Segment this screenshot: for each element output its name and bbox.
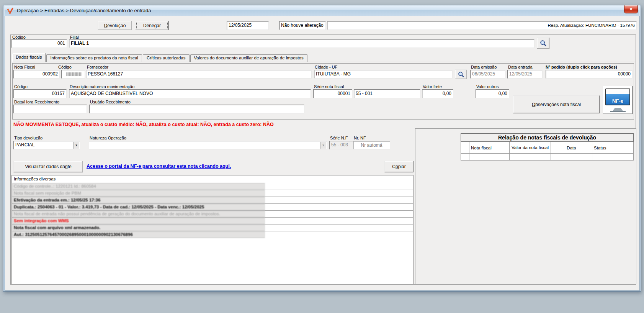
tipo-devolucao-label: Tipo devolução (14, 136, 42, 140)
serie-nf-value: 55 - 003 (331, 142, 348, 147)
nota-fiscal-label: Nota Fiscal (14, 65, 35, 69)
valor-outros-label: Valor outros (476, 84, 499, 89)
fornecedor-label: Fornecedor (87, 65, 108, 69)
visualizar-danfe-button[interactable]: Visualizar dados danfe (13, 161, 83, 172)
fornecedor-codigo-label: Código (58, 65, 72, 69)
filial-search-button[interactable] (537, 38, 549, 49)
info-row: Nota fiscal com arquivo xml armazenado. (12, 225, 413, 231)
info-row: Sem integração com WMS (12, 218, 413, 225)
codigo-filial-field[interactable]: 001 (11, 39, 67, 48)
app-logo-icon (7, 8, 14, 14)
tab-valores-documento[interactable]: Valores do documento auxiliar de apuraçã… (190, 54, 307, 62)
relacao-col-nota-fiscal: Nota fiscal (469, 142, 510, 154)
close-icon[interactable]: × (624, 5, 638, 13)
serie-nota-fiscal-field[interactable]: 00001 (313, 89, 352, 98)
app-window: Operação > Entradas > Devolução/cancelam… (3, 5, 641, 292)
info-row: Duplicata.: 2504063 - 01 - Valor.: 3.419… (12, 204, 413, 211)
numero-pedido-field[interactable]: 00000 (546, 70, 633, 79)
natureza-operacao-select[interactable]: ▼ (89, 141, 327, 149)
cidade-uf-label: Cidade - UF (315, 65, 337, 69)
valor-frete-label: Valor frete (423, 84, 442, 89)
nfe-monitor-base (610, 111, 626, 112)
relacao-empty-cell[interactable] (551, 153, 592, 161)
serie-nf-label: Série N.F (330, 136, 348, 140)
valor-frete-field[interactable]: 0,00 (422, 89, 453, 98)
info-row-text: Aut.: 3125051257645700026895000100000090… (12, 231, 265, 238)
fornecedor-codigo-redacted-value (66, 72, 82, 76)
chevron-down-icon[interactable]: ▼ (320, 142, 326, 149)
search-icon (458, 71, 464, 78)
window-title: Operação > Entradas > Devolução/cancelam… (17, 8, 151, 13)
relacao-notas-title: Relação de notas fiscais de devolução (461, 133, 634, 142)
search-icon (540, 40, 547, 47)
chevron-down-icon[interactable]: ▼ (73, 142, 79, 149)
recebimento-data-label: Data/Hora Recebimento (14, 100, 59, 104)
data-entrada-field: 12/05/2025 (507, 70, 543, 79)
copiar-button[interactable]: Copiar (384, 161, 414, 172)
info-row-text: Sem integração com WMS (12, 218, 265, 224)
recebimento-usuario-field[interactable] (89, 105, 304, 113)
data-emissao-field: 06/05/2025 (470, 70, 505, 79)
natureza-descricao-field[interactable]: AQUISIÇÃO DE COMBUSTIVEL NOVO (69, 89, 311, 98)
tab-informacoes-produtos[interactable]: Informações sobre os produtos da nota fi… (46, 54, 142, 62)
info-row: Efetivação da entrada em.: 12/05/25 17:3… (12, 197, 413, 204)
info-row: Aut.: 3125051257645700026895000100000090… (12, 231, 413, 238)
relacao-empty-cell[interactable] (509, 153, 551, 161)
nr-nf-field: Nr automá (353, 141, 390, 149)
natureza-descricao-label: Descrição natureza movimentação (70, 84, 134, 89)
fornecedor-field[interactable]: PESSOA 166127 (86, 70, 312, 79)
serie-nota-fiscal-label: Série nota fiscal (314, 84, 344, 89)
natureza-codigo-field[interactable]: 00157 (13, 89, 67, 98)
info-row-text: Duplicata.: 2504063 - 01 - Valor.: 3.419… (12, 204, 265, 210)
informacoes-diversas-title: Informações diversas (12, 175, 413, 183)
window-body: Devolução Denegar 12/05/2025 Não houve a… (5, 16, 640, 291)
relacao-empty-cell[interactable] (592, 153, 634, 161)
info-row-text: Código de controle..: 1220121 Id.: 86058… (12, 183, 265, 190)
data-entrada-label: Data entrada (508, 65, 533, 69)
resp-atualizacao-field: Resp. Atualização: FUNCIONARIO - 157976 (327, 21, 637, 30)
fornecedor-search-button[interactable] (455, 69, 467, 79)
tipo-devolucao-value: PARCIAL (15, 142, 34, 147)
nfe-monitor-stand (613, 108, 623, 111)
relacao-empty-cell[interactable] (461, 153, 469, 161)
relacao-col-valor: Valor da nota fiscal (509, 142, 551, 154)
recebimento-usuario-label: Usuário Recebimento (90, 100, 131, 104)
info-row: Nota fiscal de entrada não possui pendên… (12, 211, 413, 218)
serie-modelo-field[interactable]: 55 - 001 (354, 89, 420, 98)
valor-outros-field[interactable]: 0,00 (476, 89, 509, 98)
tab-dados-fiscais[interactable]: Dados fiscais (12, 53, 46, 62)
devolucao-button[interactable]: Devolução (98, 21, 132, 30)
current-date-field: 12/05/2025 (227, 21, 269, 30)
info-row-text: Efetivação da entrada em.: 12/05/25 17:3… (12, 197, 265, 203)
titlebar[interactable]: Operação > Entradas > Devolução/cancelam… (5, 5, 639, 16)
nr-nf-label: Nr. NF (354, 136, 366, 140)
desktop: Operação > Entradas > Devolução/cancelam… (0, 0, 644, 313)
tab-criticas-autorizadas[interactable]: Críticas autorizadas (143, 54, 190, 62)
info-row-text: Nota fiscal com arquivo xml armazenado. (12, 225, 265, 231)
informacoes-diversas-panel: Informações diversas Código de controle.… (11, 175, 414, 284)
natureza-codigo-label: Código (14, 84, 28, 89)
denegar-button[interactable]: Denegar (135, 21, 169, 30)
relacao-empty-cell[interactable] (469, 153, 510, 161)
data-emissao-label: Data emissão (471, 65, 497, 69)
relacao-col-data: Data (551, 142, 592, 154)
recebimento-data-field[interactable] (13, 105, 87, 113)
nfe-monitor-icon: NF-e (605, 88, 630, 105)
alteration-status-field: Não houve alteração (279, 21, 326, 30)
info-row: Código de controle..: 1220121 Id.: 86058… (12, 183, 413, 190)
cidade-uf-field[interactable]: ITUIUTABA - MG (314, 70, 453, 79)
observacoes-nota-fiscal-button[interactable]: Observações nota fiscal (513, 95, 600, 113)
nfe-logo-text: NF-e (606, 98, 629, 104)
natureza-operacao-label: Natureza Operação (90, 136, 126, 140)
relacao-notas-panel: Relação de notas fiscais de devolução No… (415, 128, 636, 284)
tipo-devolucao-select[interactable]: PARCIAL ▼ (13, 141, 80, 149)
nfe-portal-link[interactable]: Acesse o portal da NF-e para consultar e… (87, 164, 231, 169)
filial-field[interactable]: FILIAL 1 (69, 39, 534, 48)
nota-fiscal-field[interactable]: 000902 (13, 70, 60, 79)
info-row-text: Nota fiscal sem reposição de PBM (12, 190, 265, 197)
tab-strip: Dados fiscais Informações sobre os produ… (12, 53, 308, 62)
nfe-image-button[interactable]: NF-e (603, 86, 633, 114)
info-row: Nota fiscal sem reposição de PBM (12, 190, 413, 197)
relacao-col-selector (461, 142, 469, 154)
numero-pedido-label: Nº pedido (duplo click para opções) (546, 65, 617, 69)
